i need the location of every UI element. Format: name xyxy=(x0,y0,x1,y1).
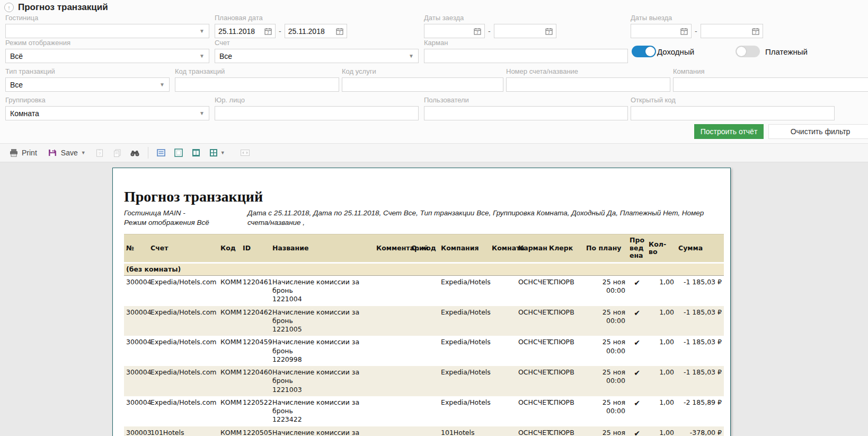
clear-filter-button[interactable]: Очистить фильтр xyxy=(768,124,868,139)
checkout-dates-label: Даты выезда xyxy=(631,14,763,22)
date-range-dash: - xyxy=(695,27,697,36)
save-options-caret-icon[interactable]: ▼ xyxy=(81,150,86,155)
table-row[interactable]: 300004Expedia/Hotels.comКОММ1220461Начис… xyxy=(124,275,724,306)
clipboard-question-button[interactable]: ? xyxy=(92,146,108,160)
filter-panel: ↑ Прогноз транзакций Гостиница ▼ Планова… xyxy=(0,0,868,143)
table-row[interactable]: 300004Expedia/Hotels.comКОММ1220460Начис… xyxy=(124,366,724,396)
col-header-comment: Комментарий xyxy=(374,234,409,263)
cell-id: 1220522 xyxy=(241,396,270,426)
checkout-to-input[interactable]: 7 xyxy=(701,24,763,38)
grouping-select[interactable]: Комната▼ xyxy=(5,106,209,120)
calendar-icon[interactable]: 7 xyxy=(752,28,759,35)
hotel-select[interactable]: ▼ xyxy=(5,24,209,38)
calendar-icon[interactable]: 7 xyxy=(264,28,272,35)
toggle-knob[interactable] xyxy=(645,47,655,56)
cell-qty: 1,00 xyxy=(646,396,676,426)
cell-qty: 1,00 xyxy=(646,336,676,366)
service-code-field: Код услуги xyxy=(342,67,503,92)
cell-comment xyxy=(374,396,409,426)
calendar-icon[interactable]: 7 xyxy=(545,28,553,35)
toggle-track[interactable] xyxy=(632,46,656,57)
cell-name: Начисление комиссии за бронь1221005 xyxy=(270,306,374,336)
users-input[interactable] xyxy=(424,106,628,120)
cell-qty: 1,00 xyxy=(646,306,676,336)
view-continuous-button[interactable] xyxy=(154,146,169,160)
tx-type-select[interactable]: Все▼ xyxy=(5,77,170,92)
cell-num: 300003 xyxy=(124,426,148,436)
toggle-knob[interactable] xyxy=(737,47,746,56)
view-facing-pages-button[interactable] xyxy=(189,146,204,160)
cell-sum: -1 185,03 ₽ xyxy=(676,306,724,336)
print-button[interactable]: Print xyxy=(4,146,41,160)
cell-ocode xyxy=(409,275,439,306)
cell-pocket: ОСНСЧЕТ xyxy=(516,426,547,436)
table-row[interactable]: 300004Expedia/Hotels.comКОММ1220459Начис… xyxy=(124,336,724,366)
calendar-icon[interactable]: 7 xyxy=(336,28,343,35)
panel-title-row: ↑ Прогноз транзакций xyxy=(4,2,108,13)
hotel-label: Гостиница xyxy=(5,14,209,22)
checkout-from-input[interactable]: 7 xyxy=(631,24,692,38)
legal-entity-input[interactable] xyxy=(215,106,419,120)
tx-code-input[interactable] xyxy=(175,77,339,92)
save-icon xyxy=(48,148,58,158)
fit-width-icon xyxy=(240,148,250,158)
copy-button[interactable] xyxy=(110,146,125,160)
open-code-label: Открытый код xyxy=(631,96,835,104)
cell-room xyxy=(490,366,516,396)
collapse-panel-icon[interactable]: ↑ xyxy=(4,3,14,12)
col-header-qty: Кол-во xyxy=(646,234,676,263)
col-header-sum: Сумма xyxy=(676,234,724,263)
pocket-input[interactable] xyxy=(424,49,628,63)
chevron-down-icon: ▼ xyxy=(199,53,205,59)
account-select[interactable]: Все▼ xyxy=(215,49,419,63)
open-code-input[interactable] xyxy=(631,106,835,120)
group-row: (без комнаты) xyxy=(124,263,724,275)
cell-name: Начисление комиссии за бронь1220998 xyxy=(270,336,374,366)
toggle-track[interactable] xyxy=(736,46,760,57)
cell-name: Начисление комиссии за бронь1221003 xyxy=(270,366,374,396)
cell-clerk: СПЮРВ xyxy=(547,366,584,396)
calendar-icon[interactable]: 7 xyxy=(680,28,688,35)
cell-account: 101Hotels xyxy=(148,426,218,436)
date-range-dash: - xyxy=(488,27,491,36)
fit-width-button[interactable] xyxy=(237,146,253,160)
checkin-to-input[interactable]: 7 xyxy=(494,24,556,38)
report-viewport[interactable]: Прогноз транзакций Гостиница MAIN - Режи… xyxy=(0,162,868,436)
view-single-page-button[interactable] xyxy=(171,146,187,160)
svg-text:7: 7 xyxy=(683,30,685,34)
cell-pocket: ОСНСЧЕТ xyxy=(516,396,547,426)
col-header-code: Код xyxy=(218,234,241,263)
report-mode-line: Режим отображения Всё xyxy=(124,218,247,228)
legal-entity-field: Юр. лицо xyxy=(215,96,419,120)
cell-plan: 25 ноя 00:00 xyxy=(584,275,627,306)
view-grid-button[interactable]: ▼ xyxy=(206,146,228,160)
search-button[interactable] xyxy=(127,146,143,160)
service-code-input[interactable] xyxy=(342,77,503,92)
report-parameters: Гостиница MAIN - Режим отображения Всё Д… xyxy=(124,208,719,228)
table-row[interactable]: 300004Expedia/Hotels.comКОММ1220462Начис… xyxy=(124,306,724,336)
account-number-input[interactable] xyxy=(506,77,670,92)
cell-clerk: СПЮРВ xyxy=(547,426,584,436)
calendar-icon[interactable]: 7 xyxy=(474,28,481,35)
checkin-from-input[interactable]: 7 xyxy=(424,24,485,38)
plan-date-from-input[interactable]: 25.11.2018 7 xyxy=(215,24,276,38)
table-row[interactable]: 300003101HotelsКОММ1220505Начисление ком… xyxy=(124,426,724,436)
cell-ocode xyxy=(409,366,439,396)
view-grid-caret-icon[interactable]: ▼ xyxy=(220,150,225,155)
report-toolbar: Print Save ▼ ? xyxy=(0,143,868,162)
checkin-dates-field: Даты заезда 7 - 7 xyxy=(424,14,556,38)
cell-pocket: ОСНСЧЕТ xyxy=(516,275,547,306)
table-row[interactable]: 300004Expedia/Hotels.comКОММ1220522Начис… xyxy=(124,396,724,426)
build-report-button[interactable]: Построить отчёт xyxy=(694,124,764,139)
payment-toggle[interactable]: Платежный xyxy=(736,46,808,57)
plan-date-to-input[interactable]: 25.11.2018 7 xyxy=(285,24,347,38)
income-toggle[interactable]: Доходный xyxy=(632,46,694,57)
col-header-company: Компания xyxy=(439,234,490,263)
checkmark-icon: ✔ xyxy=(634,309,640,317)
display-mode-select[interactable]: Всё▼ xyxy=(5,49,209,63)
col-header-room: Комната xyxy=(490,234,516,263)
save-button[interactable]: Save ▼ xyxy=(43,146,90,160)
tx-type-field: Тип транзакций Все▼ xyxy=(5,67,170,92)
cell-done: ✔ xyxy=(627,366,646,396)
company-input[interactable] xyxy=(673,77,868,92)
